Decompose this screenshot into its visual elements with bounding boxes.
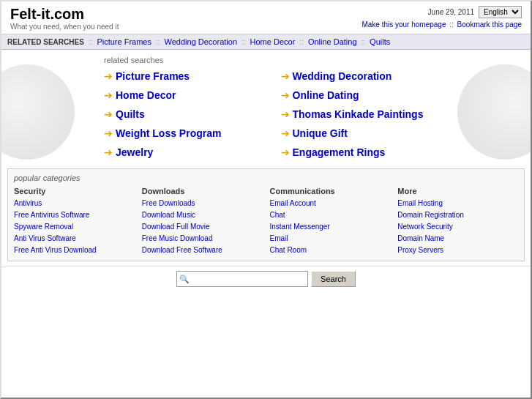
related-item-picture-frames[interactable]: Picture Frames (97, 37, 151, 46)
category-security: Security Antivirus Free Antivirus Softwa… (14, 187, 135, 256)
list-item: ➔ Unique Gift (281, 127, 443, 139)
search-bar: 🔍 Search (1, 266, 531, 291)
date-lang-area: June 29, 2011 English (361, 6, 522, 18)
related-searches-bar: RELATED SEARCHES :: Picture Frames :: We… (1, 34, 531, 50)
link-antivirus[interactable]: Antivirus (14, 198, 135, 209)
link-download-movie[interactable]: Download Full Movie (142, 221, 263, 233)
link-email-account[interactable]: Email Account (270, 198, 391, 209)
link-download-music[interactable]: Download Music (142, 209, 263, 221)
link-unique-gift[interactable]: Unique Gift (293, 127, 348, 139)
cat-header-downloads: Downloads (142, 187, 263, 195)
category-communications: Communications Email Account Chat Instan… (270, 187, 391, 256)
search-input-wrap: 🔍 (176, 271, 308, 287)
cat-header-more: More (397, 187, 518, 195)
link-online-dating[interactable]: Online Dating (293, 89, 359, 101)
arrow-icon: ➔ (104, 108, 113, 120)
list-item: ➔ Picture Frames (104, 70, 266, 82)
link-domain-reg[interactable]: Domain Registration (397, 209, 518, 221)
link-free-antivirus[interactable]: Free Antivirus Software (14, 209, 135, 221)
category-downloads: Downloads Free Downloads Download Music … (142, 187, 263, 256)
related-searches-sublabel: related searches (104, 56, 516, 64)
link-thomas-kinkade[interactable]: Thomas Kinkade Paintings (293, 108, 424, 120)
search-links-section: related searches ➔ Picture Frames ➔ Wedd… (1, 50, 531, 164)
language-select[interactable]: English (479, 6, 522, 18)
popular-categories-section: popular categories Security Antivirus Fr… (7, 168, 525, 261)
link-home-decor[interactable]: Home Decor (116, 89, 176, 101)
related-item-online-dating[interactable]: Online Dating (308, 37, 357, 46)
main-window: Felt-it.com What you need, when you need… (0, 0, 532, 399)
bookmark-link[interactable]: Bookmark this page (457, 20, 522, 29)
link-email[interactable]: Email (270, 233, 391, 245)
popular-label: popular categories (14, 174, 518, 182)
main-content: related searches ➔ Picture Frames ➔ Wedd… (1, 50, 531, 398)
list-item: ➔ Wedding Decoration (281, 70, 443, 82)
list-item: ➔ Jewelry (104, 146, 266, 158)
arrow-icon: ➔ (281, 108, 290, 120)
link-weight-loss[interactable]: Weight Loss Program (116, 127, 221, 139)
logo-area: Felt-it.com What you need, when you need… (10, 6, 119, 31)
arrow-icon: ➔ (104, 127, 113, 139)
link-proxy-servers[interactable]: Proxy Servers (397, 245, 518, 256)
arrow-icon: ➔ (104, 146, 113, 158)
related-item-quilts[interactable]: Quilts (370, 37, 390, 46)
link-instant-messenger[interactable]: Instant Messenger (270, 221, 391, 233)
list-item: ➔ Quilts (104, 108, 266, 120)
cat-header-comms: Communications (270, 187, 391, 195)
list-item: ➔ Home Decor (104, 89, 266, 101)
related-label: RELATED SEARCHES (7, 38, 84, 46)
related-item-wedding[interactable]: Wedding Decoration (165, 37, 237, 46)
list-item: ➔ Thomas Kinkade Paintings (281, 108, 443, 120)
link-free-anti-virus[interactable]: Free Anti Virus Download (14, 245, 135, 256)
homepage-link[interactable]: Make this your homepage (361, 20, 446, 29)
categories-grid: Security Antivirus Free Antivirus Softwa… (14, 187, 518, 256)
list-item: ➔ Online Dating (281, 89, 443, 101)
related-item-home-decor[interactable]: Home Decor (250, 37, 296, 46)
tagline: What you need, when you need it (10, 23, 119, 31)
arrow-icon: ➔ (281, 70, 290, 82)
link-chat[interactable]: Chat (270, 209, 391, 221)
link-free-downloads[interactable]: Free Downloads (142, 198, 263, 209)
link-domain-name[interactable]: Domain Name (397, 233, 518, 245)
link-wedding-decoration[interactable]: Wedding Decoration (293, 70, 392, 82)
date-display: June 29, 2011 (428, 8, 474, 16)
link-anti-virus-software[interactable]: Anti Virus Software (14, 233, 135, 245)
link-engagement-rings[interactable]: Engagement Rings (293, 146, 386, 158)
header-right: June 29, 2011 English Make this your hom… (361, 6, 522, 29)
link-free-music-dl[interactable]: Free Music Download (142, 233, 263, 245)
search-button[interactable]: Search (311, 271, 356, 287)
link-quilts[interactable]: Quilts (116, 108, 145, 120)
arrow-icon: ➔ (281, 89, 290, 101)
list-item: ➔ Weight Loss Program (104, 127, 266, 139)
link-network-security[interactable]: Network Security (397, 221, 518, 233)
header: Felt-it.com What you need, when you need… (1, 1, 531, 34)
search-input[interactable] (176, 271, 308, 287)
link-email-hosting[interactable]: Email Hosting (397, 198, 518, 209)
link-picture-frames[interactable]: Picture Frames (116, 70, 190, 82)
links-grid: ➔ Picture Frames ➔ Wedding Decoration ➔ … (104, 70, 516, 158)
site-logo: Felt-it.com (10, 6, 119, 23)
link-download-free-sw[interactable]: Download Free Software (142, 245, 263, 256)
header-links: Make this your homepage :: Bookmark this… (361, 20, 522, 29)
link-spyware[interactable]: Spyware Removal (14, 221, 135, 233)
arrow-icon: ➔ (104, 70, 113, 82)
arrow-icon: ➔ (104, 89, 113, 101)
cat-header-security: Security (14, 187, 135, 195)
search-icon: 🔍 (179, 275, 190, 284)
arrow-icon: ➔ (281, 127, 290, 139)
link-chat-room[interactable]: Chat Room (270, 245, 391, 256)
list-item: ➔ Engagement Rings (281, 146, 443, 158)
arrow-icon: ➔ (281, 146, 290, 158)
link-jewelry[interactable]: Jewelry (116, 146, 153, 158)
category-more: More Email Hosting Domain Registration N… (397, 187, 518, 256)
